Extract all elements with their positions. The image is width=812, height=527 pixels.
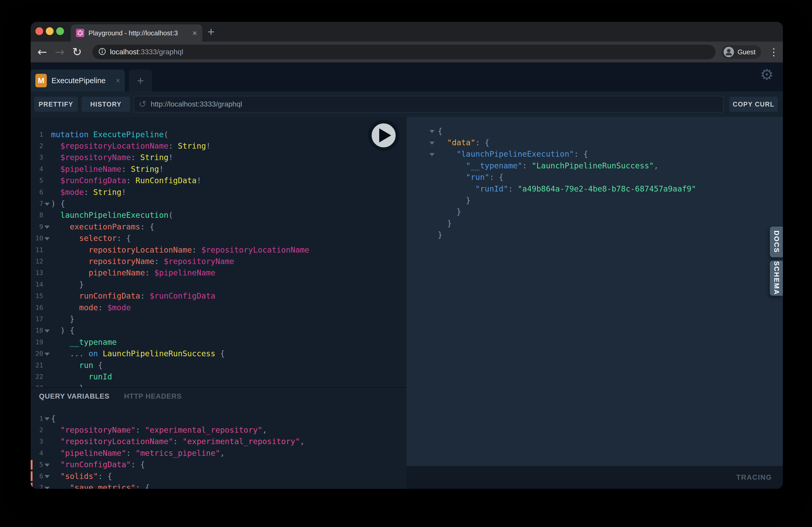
history-button[interactable]: HISTORY <box>82 97 130 112</box>
mutation-badge: M <box>35 74 47 87</box>
fold-toggle-icon[interactable] <box>43 202 51 206</box>
line-number: 14 <box>31 281 43 288</box>
copy-curl-button[interactable]: COPY CURL <box>729 97 778 112</box>
line-number: 11 <box>31 246 43 254</box>
response-line: "run": { <box>426 171 696 183</box>
session-tab-label: ExecutePipeline <box>52 76 115 85</box>
profile-avatar-icon <box>724 47 734 57</box>
code-line: 9 executionParams: { <box>31 221 407 232</box>
settings-gear-icon[interactable]: ⚙ <box>760 67 773 82</box>
site-info-icon[interactable] <box>98 47 106 57</box>
line-number: 18 <box>31 327 43 334</box>
browser-window: Playground - http://localhost:3 × + ← → … <box>31 22 783 489</box>
window-minimize-button[interactable] <box>46 27 54 35</box>
query-editor-pane[interactable]: 1mutation ExecutePipeline(2 $repositoryL… <box>31 117 407 489</box>
line-number: 2 <box>31 142 43 150</box>
line-number: 5 <box>31 461 43 468</box>
fold-toggle-icon[interactable] <box>426 129 438 133</box>
graphql-playground: M ExecutePipeline × + ⚙ PRETTIFY HISTORY… <box>31 62 783 489</box>
new-tab-button[interactable]: + <box>207 24 215 40</box>
code-line: 2 "repositoryName": "experimental_reposi… <box>31 424 407 436</box>
line-number: 23 <box>31 384 43 387</box>
window-zoom-button[interactable] <box>56 27 64 35</box>
code-line: 13 pipelineName: $pipelineName <box>31 267 407 278</box>
line-number: 6 <box>31 472 43 480</box>
browser-tab[interactable]: Playground - http://localhost:3 × <box>71 25 202 42</box>
response-line: } <box>426 229 696 241</box>
variables-editor[interactable]: 1{2 "repositoryName": "experimental_repo… <box>31 413 407 489</box>
lint-marker <box>31 460 32 470</box>
browser-menu-icon[interactable]: ⋮ <box>769 46 779 58</box>
line-number: 20 <box>31 350 43 357</box>
code-line: 7 "save_metrics": { <box>31 482 407 489</box>
browser-toolbar: ← → ↻ localhost:3333/graphql Guest ⋮ <box>31 42 783 62</box>
fold-toggle-icon[interactable] <box>43 236 51 240</box>
prettify-button[interactable]: PRETTIFY <box>34 97 78 112</box>
tab-query-variables[interactable]: QUERY VARIABLES <box>39 392 110 401</box>
code-line: 15 runConfigData: $runConfigData <box>31 290 407 301</box>
query-editor[interactable]: 1mutation ExecutePipeline(2 $repositoryL… <box>31 129 407 387</box>
tab-docs[interactable]: DOCS <box>770 227 783 257</box>
fold-toggle-icon[interactable] <box>43 329 51 333</box>
variables-section: QUERY VARIABLES HTTP HEADERS 1{2 "reposi… <box>31 387 407 489</box>
fold-toggle-icon[interactable] <box>43 351 51 356</box>
browser-tab-close-icon[interactable]: × <box>192 29 197 37</box>
code-line: 11 repositoryLocationName: $repositoryLo… <box>31 244 407 255</box>
url-text: localhost:3333/graphql <box>110 48 183 56</box>
fold-toggle-icon[interactable] <box>426 140 438 145</box>
code-line: 10 selector: { <box>31 232 407 244</box>
response-line: "data": { <box>426 137 696 148</box>
line-number: 3 <box>31 438 43 445</box>
line-number: 1 <box>31 415 43 422</box>
session-tab-executepipeline[interactable]: M ExecutePipeline × <box>31 70 125 91</box>
response-pane: { "data": { "launchPipelineExecution": {… <box>407 117 783 489</box>
line-number: 13 <box>31 269 43 276</box>
code-line: 17 } <box>31 313 407 325</box>
tab-schema[interactable]: SCHEMA <box>770 261 783 296</box>
fold-toggle-icon[interactable] <box>43 225 51 229</box>
code-line: 20 ... on LaunchPipelineRunSuccess { <box>31 348 407 359</box>
endpoint-reload-icon[interactable]: ↻ <box>139 100 146 109</box>
code-line: 5 "runConfigData": { <box>31 459 407 470</box>
line-number: 21 <box>31 361 43 369</box>
response-line: } <box>426 194 696 206</box>
code-line: 3 "repositoryLocationName": "experimenta… <box>31 436 407 447</box>
forward-icon[interactable]: → <box>55 46 64 58</box>
code-line: 19 __typename <box>31 336 407 348</box>
tracing-bar[interactable]: TRACING <box>407 466 783 489</box>
line-number: 4 <box>31 165 43 173</box>
line-number: 15 <box>31 292 43 300</box>
fold-toggle-icon[interactable] <box>426 152 438 156</box>
tab-http-headers[interactable]: HTTP HEADERS <box>124 392 182 401</box>
reload-icon[interactable]: ↻ <box>72 46 82 58</box>
session-tab-close-icon[interactable]: × <box>115 77 120 85</box>
line-number: 19 <box>31 338 43 346</box>
response-line: "__typename": "LaunchPipelineRunSuccess"… <box>426 160 696 171</box>
code-line: 18 ) { <box>31 325 407 336</box>
line-number: 5 <box>31 177 43 184</box>
fold-toggle-icon[interactable] <box>43 463 51 467</box>
profile-button[interactable]: Guest <box>721 45 762 59</box>
code-line: 4 $pipelineName: String! <box>31 163 407 175</box>
code-line: 16 mode: $mode <box>31 302 407 313</box>
code-line: 14 } <box>31 278 407 290</box>
code-line: 1{ <box>31 413 407 424</box>
response-viewer: { "data": { "launchPipelineExecution": {… <box>426 125 696 241</box>
line-number: 9 <box>31 223 43 230</box>
code-line: 5 $runConfigData: RunConfigData! <box>31 175 407 186</box>
code-line: 23 } <box>31 382 407 387</box>
fold-toggle-icon[interactable] <box>43 416 51 420</box>
line-number: 12 <box>31 257 43 265</box>
line-number: 4 <box>31 449 43 457</box>
address-bar[interactable]: localhost:3333/graphql <box>92 45 715 59</box>
back-icon[interactable]: ← <box>38 46 47 58</box>
new-session-tab-button[interactable]: + <box>129 70 152 91</box>
line-number: 1 <box>31 131 43 138</box>
execute-play-button[interactable] <box>368 120 399 151</box>
line-number: 2 <box>31 426 43 434</box>
window-close-button[interactable] <box>35 27 43 35</box>
response-line: "runId": "a49b864a-79e2-4be8-b78c-687457… <box>426 183 696 194</box>
fold-toggle-icon[interactable] <box>43 474 51 478</box>
fold-toggle-icon[interactable] <box>43 486 51 489</box>
endpoint-input[interactable]: ↻ http://localhost:3333/graphql <box>133 96 724 112</box>
